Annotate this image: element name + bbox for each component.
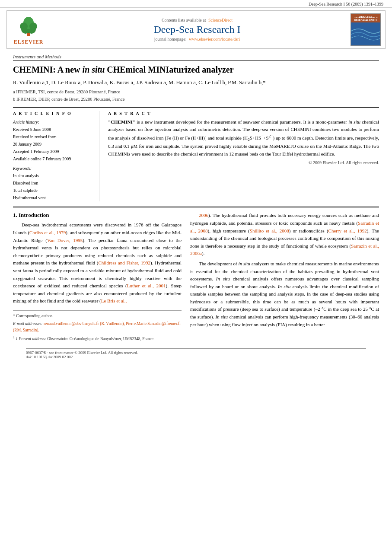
- cover-image: DEEP-SEA RESEARCH PART I: [351, 13, 381, 46]
- keyword-4: Hydrothermal vent: [13, 194, 92, 201]
- authors-text: R. Vuillemin a,1, D. Le Roux a, P. Dorva…: [13, 80, 265, 86]
- svg-point-6: [29, 22, 37, 30]
- introduction-text-left: Deep-sea hydrothermal ecosystems were di…: [13, 221, 182, 305]
- bottom-bar: 0967-0637/$ - see front matter © 2009 El…: [26, 348, 366, 359]
- body-section: 1. Introduction Deep-sea hydrothermal ec…: [13, 207, 379, 344]
- doi-text: doi:10.1016/j.dsr.2009.02.002: [26, 355, 73, 359]
- affiliation-a: a IFREMER, TSI, centre de Brest, 29280 P…: [13, 89, 379, 96]
- body-right-col: 2006). The hydrothermal fluid provides b…: [190, 212, 379, 344]
- title-part2: CHEmical MINIaturized analyzer: [105, 65, 233, 74]
- introduction-heading: 1. Introduction: [13, 212, 182, 219]
- present-address-label: 1 Present address:: [16, 337, 46, 341]
- keywords-label: Keywords:: [13, 166, 92, 171]
- journal-cover: DEEP-SEA RESEARCH PART I: [348, 13, 381, 46]
- elsevier-logo: ELSEVIER: [11, 14, 46, 45]
- svg-text:PART I: PART I: [363, 19, 370, 22]
- keywords-list: In situ analysis Dissolved iron Total su…: [13, 172, 92, 201]
- journal-center: Contents lists available at ScienceDirec…: [46, 18, 348, 41]
- authors: R. Vuillemin a,1, D. Le Roux a, P. Dorva…: [13, 79, 379, 87]
- email-label: E-mail addresses:: [13, 322, 43, 326]
- article-content: Instruments and Methods CHEMINI: A new i…: [0, 51, 392, 363]
- keywords-section: Keywords: In situ analysis Dissolved iro…: [13, 166, 92, 201]
- abstract-col: A B S T R A C T "CHEMINI" is a new instr…: [108, 111, 379, 201]
- present-address: Observatoire Océanologique de Banyuls/me…: [47, 337, 154, 341]
- revised-date: 20 January 2009: [13, 140, 92, 148]
- copyright-notice: 0967-0637/$ - see front matter © 2009 El…: [26, 350, 138, 355]
- article-info-header: A R T I C L E I N F O: [13, 111, 92, 116]
- corresponding-author-note: * Corresponding author.: [13, 313, 182, 319]
- journal-citation-text: Deep-Sea Research I 56 (2009) 1391–1399: [309, 2, 383, 6]
- affiliation-b: b IFREMER, DEEP, centre de Brest, 29280 …: [13, 96, 379, 103]
- revised-label: Received in revised form: [13, 133, 92, 140]
- svg-rect-8: [351, 14, 381, 22]
- journal-homepage: journal homepage: www.elsevier.com/locat…: [46, 37, 348, 41]
- keyword-1: In situ analysis: [13, 172, 92, 179]
- title-italic: in situ: [83, 65, 105, 74]
- journal-citation: Deep-Sea Research I 56 (2009) 1391–1399: [0, 0, 392, 8]
- info-abstract-section: A R T I C L E I N F O Article history: R…: [13, 107, 379, 201]
- contents-text: Contents lists available at: [162, 18, 206, 22]
- email-1: renaud.vuillemin@obs-banyuls.fr (R. Vuil…: [44, 322, 125, 326]
- homepage-url[interactable]: www.elsevier.com/locate/dsri: [189, 37, 240, 41]
- article-title: CHEMINI: A new in situ CHEmical MINIatur…: [13, 64, 379, 75]
- abstract-text: "CHEMINI" is a new instrument developed …: [108, 118, 379, 157]
- homepage-label: journal homepage:: [154, 37, 187, 41]
- body-left-col: 1. Introduction Deep-sea hydrothermal ec…: [13, 212, 182, 344]
- introduction-text-right: 2006). The hydrothermal fluid provides b…: [190, 212, 379, 328]
- email-footnote: E-mail addresses: renaud.vuillemin@obs-b…: [13, 321, 182, 334]
- elsevier-tree-icon: [17, 14, 41, 38]
- page-wrapper: Deep-Sea Research I 56 (2009) 1391–1399 …: [0, 0, 392, 363]
- section-label: Instruments and Methods: [13, 53, 379, 61]
- footnote-area: * Corresponding author. E-mail addresses…: [13, 310, 182, 343]
- received-date: Received 5 June 2008: [13, 126, 92, 133]
- present-address-footnote: 1 1 Present address: Observatoire Océano…: [13, 335, 182, 342]
- copyright-text: © 2009 Elsevier Ltd. All rights reserved…: [108, 160, 379, 165]
- keyword-3: Total sulphide: [13, 187, 92, 194]
- abstract-header: A B S T R A C T: [108, 111, 379, 116]
- svg-text:DEEP-SEA RESEARCH: DEEP-SEA RESEARCH: [354, 16, 378, 19]
- title-part1: CHEMINI: A new: [13, 65, 83, 74]
- affiliations: a IFREMER, TSI, centre de Brest, 29280 P…: [13, 89, 379, 103]
- sciencedirect-label[interactable]: ScienceDirect: [208, 18, 233, 22]
- sciencedirect-link: Contents lists available at ScienceDirec…: [46, 18, 348, 22]
- journal-title: Deep-Sea Research I: [46, 24, 348, 35]
- journal-header: ELSEVIER Contents lists available at Sci…: [6, 10, 386, 49]
- svg-point-5: [20, 22, 28, 30]
- article-history: Article history: Received 5 June 2008 Re…: [13, 118, 92, 162]
- cover-svg: DEEP-SEA RESEARCH PART I: [351, 14, 381, 46]
- available-date: Available online 7 February 2009: [13, 155, 92, 162]
- accepted-date: Accepted 1 February 2009: [13, 148, 92, 155]
- keyword-2: Dissolved iron: [13, 179, 92, 187]
- history-label: Article history:: [13, 118, 92, 126]
- article-info-col: A R T I C L E I N F O Article history: R…: [13, 111, 99, 201]
- elsevier-label: ELSEVIER: [14, 39, 44, 45]
